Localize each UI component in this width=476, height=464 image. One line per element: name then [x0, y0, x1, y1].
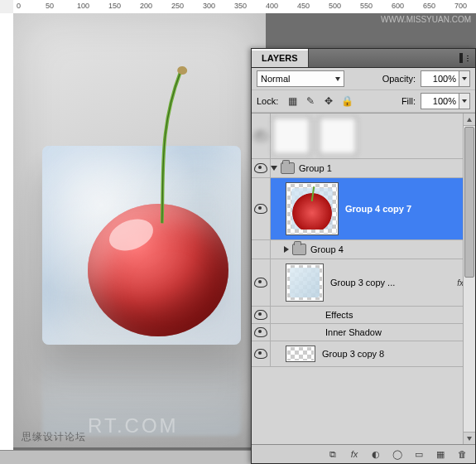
- ruler-tick: 300: [203, 2, 215, 10]
- layer-row-hidden[interactable]: [252, 114, 475, 159]
- opacity-spinner[interactable]: [459, 70, 470, 87]
- scroll-down-button[interactable]: [464, 432, 475, 444]
- artwork: 思缘设计论坛 RT.COM: [13, 13, 266, 447]
- watermark-art: RT.COM: [88, 414, 179, 437]
- link-layers-icon[interactable]: ⧉: [326, 447, 339, 461]
- watermark-cn: 思缘设计论坛: [22, 430, 86, 444]
- blend-mode-select[interactable]: Normal: [257, 70, 344, 87]
- layer-thumbnail[interactable]: [286, 263, 324, 302]
- lock-all-icon[interactable]: 🔒: [341, 95, 353, 107]
- layer-row-group4[interactable]: Group 4: [252, 240, 475, 259]
- ruler-tick: 500: [329, 2, 341, 10]
- visibility-toggle[interactable]: [254, 278, 267, 288]
- layer-thumbnail[interactable]: [286, 346, 315, 362]
- watermark-url: WWW.MISSYUAN.COM: [381, 15, 471, 24]
- adjustment-layer-icon[interactable]: ◯: [391, 447, 404, 461]
- layer-row-group1[interactable]: Group 1: [252, 159, 475, 178]
- layer-name: Group 3 copy 8: [322, 349, 384, 359]
- lock-pixels-icon[interactable]: ✎: [305, 95, 316, 107]
- blend-mode-value: Normal: [261, 74, 290, 84]
- ruler-tick: 400: [266, 2, 278, 10]
- layer-thumbnail: [319, 117, 357, 155]
- ruler-tick: 250: [171, 2, 184, 10]
- panel-tab-bar: LAYERS: [252, 49, 475, 68]
- layer-row-g3copy[interactable]: Group 3 copy ... fx: [252, 259, 475, 307]
- layer-thumbnail[interactable]: [286, 182, 339, 235]
- opacity-input[interactable]: [421, 71, 470, 86]
- layer-name: Group 4 copy 7: [345, 204, 411, 214]
- ruler-tick: 650: [423, 2, 435, 10]
- blend-opacity-row: Normal Opacity:: [252, 68, 475, 90]
- layer-name: Group 3 copy ...: [330, 278, 395, 288]
- ruler-tick: 100: [77, 2, 89, 10]
- disclosure-triangle[interactable]: [284, 246, 289, 253]
- ruler-tick: 150: [108, 2, 121, 10]
- fill-spinner[interactable]: [459, 93, 470, 109]
- scroll-up-button[interactable]: [464, 114, 475, 126]
- ruler-origin[interactable]: [0, 0, 14, 14]
- visibility-toggle[interactable]: [254, 349, 267, 359]
- disclosure-triangle[interactable]: [271, 166, 277, 171]
- lock-label: Lock:: [257, 96, 278, 106]
- fill-label: Fill:: [401, 96, 416, 106]
- ruler-vertical[interactable]: [0, 13, 14, 451]
- panel-footer: ⧉ fx ◐ ◯ ▭ ▦ 🗑: [252, 444, 475, 463]
- ruler-tick: 350: [234, 2, 247, 10]
- layer-row-selected[interactable]: Group 4 copy 7: [252, 178, 475, 240]
- opacity-label: Opacity:: [382, 74, 416, 84]
- fill-input[interactable]: [421, 94, 470, 109]
- fill-field[interactable]: [421, 93, 459, 109]
- ruler-tick: 600: [392, 2, 404, 10]
- layer-thumbnail: [272, 117, 310, 155]
- folder-icon: [281, 162, 295, 174]
- ruler-tick: 550: [360, 2, 373, 10]
- new-group-icon[interactable]: ▭: [412, 447, 426, 461]
- visibility-toggle[interactable]: [254, 163, 267, 173]
- folder-icon: [292, 244, 306, 255]
- cherry: [88, 204, 228, 336]
- layer-style-icon[interactable]: fx: [348, 447, 361, 461]
- effect-name: Inner Shadow: [271, 327, 382, 337]
- ruler-tick: 0: [17, 2, 21, 10]
- layers-panel: LAYERS Normal Opacity: Lock: ▦ ✎ ✥ 🔒 Fil…: [251, 48, 476, 464]
- effects-label: Effects: [271, 310, 353, 320]
- new-layer-icon[interactable]: ▦: [434, 447, 447, 461]
- visibility-toggle[interactable]: [254, 204, 267, 214]
- ruler-tick: 450: [297, 2, 310, 10]
- delete-layer-icon[interactable]: 🗑: [455, 447, 469, 461]
- layers-list: Group 1 Group 4 copy 7 Group 4 Group 3 c…: [252, 113, 475, 444]
- tab-layers[interactable]: LAYERS: [252, 49, 309, 67]
- layer-name: Group 1: [299, 163, 332, 173]
- scroll-grip[interactable]: [464, 127, 474, 278]
- lock-position-icon[interactable]: ✥: [323, 95, 334, 107]
- layer-mask-icon[interactable]: ◐: [369, 447, 382, 461]
- effects-row[interactable]: Effects: [252, 307, 475, 324]
- opacity-field[interactable]: [421, 70, 459, 87]
- lock-fill-row: Lock: ▦ ✎ ✥ 🔒 Fill:: [252, 90, 475, 113]
- ruler-tick: 200: [140, 2, 152, 10]
- layer-row-g3copy8[interactable]: Group 3 copy 8: [252, 341, 475, 367]
- ruler-tick: 50: [46, 2, 54, 10]
- visibility-toggle[interactable]: [254, 310, 267, 320]
- scrollbar[interactable]: [463, 114, 475, 444]
- effect-innershadow-row[interactable]: Inner Shadow: [252, 324, 475, 341]
- panel-menu-button[interactable]: [452, 49, 475, 67]
- visibility-toggle[interactable]: [254, 327, 267, 337]
- layer-name: Group 4: [310, 244, 344, 254]
- lock-transparency-icon[interactable]: ▦: [286, 95, 298, 107]
- ruler-horizontal[interactable]: 0 50 100 150 200 250 300 350 400 450 500…: [13, 0, 476, 14]
- visibility-toggle[interactable]: [254, 131, 267, 141]
- ruler-tick: 700: [454, 2, 467, 10]
